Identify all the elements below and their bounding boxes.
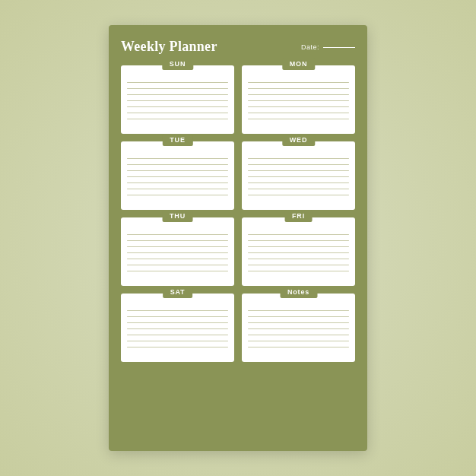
lines-tue (127, 158, 228, 195)
line (248, 322, 349, 323)
day-cell-notes: Notes (242, 294, 355, 362)
line (127, 265, 228, 265)
day-tab-notes: Notes (280, 286, 317, 298)
line (248, 335, 349, 335)
line (127, 100, 228, 101)
line (248, 347, 349, 347)
line (248, 170, 349, 171)
line (248, 82, 349, 83)
line (248, 113, 349, 113)
line (127, 322, 228, 323)
line (127, 88, 228, 89)
planner-header: Weekly Planner Date: (121, 39, 355, 55)
lines-sat (127, 310, 228, 347)
line (248, 119, 349, 119)
day-cell-mon: MON (242, 65, 355, 134)
line (248, 246, 349, 247)
page-background: Weekly Planner Date: SUN (0, 0, 476, 476)
lines-mon (248, 82, 349, 119)
line (248, 310, 349, 311)
date-line (323, 47, 355, 48)
lines-notes (248, 310, 349, 347)
line (248, 94, 349, 95)
line (127, 119, 228, 119)
line (127, 259, 228, 259)
line (127, 170, 228, 171)
line (248, 240, 349, 241)
line (248, 328, 349, 329)
line (248, 265, 349, 265)
lines-thu (127, 234, 228, 271)
day-cell-sat: SAT (121, 294, 234, 362)
day-tab-thu: THU (162, 210, 193, 222)
line (127, 106, 228, 107)
line (248, 195, 349, 195)
line (248, 252, 349, 253)
line (127, 246, 228, 247)
line (248, 341, 349, 341)
line (248, 88, 349, 89)
line (127, 176, 228, 177)
planner-title: Weekly Planner (121, 39, 217, 55)
line (248, 176, 349, 177)
days-grid: SUN MON (121, 65, 355, 362)
line (127, 195, 228, 195)
line (127, 271, 228, 271)
lines-wed (248, 158, 349, 195)
line (127, 82, 228, 83)
line (127, 240, 228, 241)
line (248, 234, 349, 235)
line (127, 158, 228, 159)
weekly-planner: Weekly Planner Date: SUN (109, 25, 367, 451)
day-tab-tue: TUE (162, 134, 192, 146)
lines-sun (127, 82, 228, 119)
lines-fri (248, 234, 349, 271)
line (127, 182, 228, 183)
line (127, 316, 228, 317)
line (127, 252, 228, 253)
line (248, 316, 349, 317)
day-tab-mon: MON (282, 58, 315, 70)
line (248, 164, 349, 165)
day-cell-fri: FRI (242, 217, 355, 286)
day-cell-wed: WED (242, 141, 355, 210)
line (127, 341, 228, 341)
line (127, 310, 228, 311)
line (127, 234, 228, 235)
line (127, 164, 228, 165)
line (248, 106, 349, 107)
line (127, 335, 228, 335)
day-tab-sat: SAT (163, 286, 193, 298)
line (127, 189, 228, 189)
line (248, 158, 349, 159)
line (127, 94, 228, 95)
line (127, 328, 228, 329)
line (248, 189, 349, 189)
line (127, 113, 228, 113)
day-tab-wed: WED (282, 134, 315, 146)
line (248, 100, 349, 101)
line (248, 259, 349, 259)
day-tab-sun: SUN (162, 58, 193, 70)
day-cell-tue: TUE (121, 141, 234, 210)
day-cell-thu: THU (121, 217, 234, 286)
line (248, 182, 349, 183)
line (127, 347, 228, 347)
date-label: Date: (301, 43, 355, 51)
day-tab-fri: FRI (284, 210, 313, 222)
day-cell-sun: SUN (121, 65, 234, 134)
line (248, 271, 349, 271)
